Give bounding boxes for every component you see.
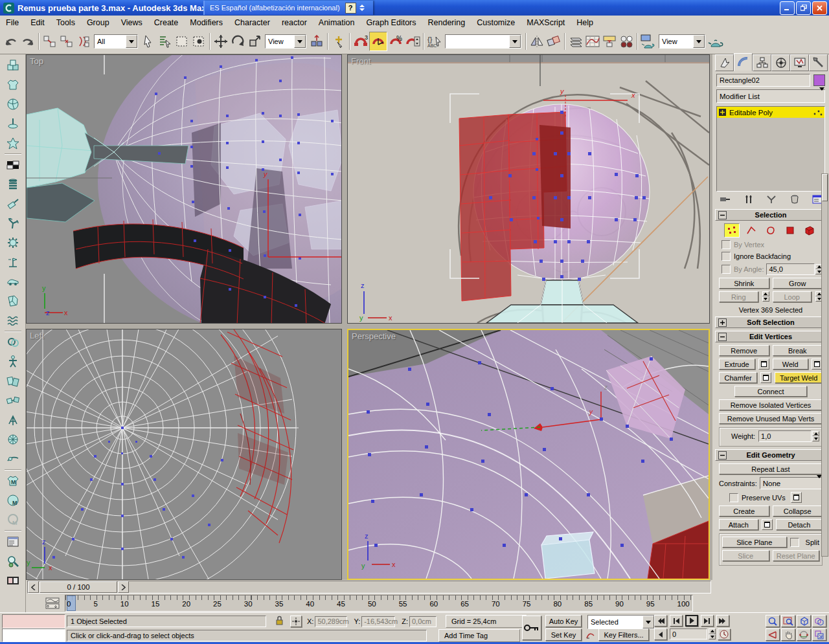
modifier-list-select[interactable]: Modifier List — [716, 89, 825, 103]
tab-motion[interactable] — [771, 54, 790, 71]
go-end-icon[interactable] — [716, 615, 729, 627]
constraints-select[interactable]: None — [760, 477, 823, 489]
dropdown-arrow-icon[interactable] — [126, 35, 137, 48]
edge-icon[interactable] — [744, 223, 759, 238]
select-by-name-icon[interactable] — [157, 32, 174, 50]
remove-modifier-icon[interactable] — [791, 195, 799, 205]
track-bar-ruler[interactable]: 0510 152025 303540 455055 606570 758085 … — [65, 595, 693, 612]
cloth-collection-icon[interactable] — [3, 75, 23, 94]
preview-animation-icon[interactable] — [3, 571, 23, 590]
next-frame-arrow-icon[interactable] — [118, 581, 129, 593]
ignore-backfacing-checkbox[interactable] — [721, 252, 731, 261]
deforming-mesh-collection-icon[interactable] — [3, 133, 23, 153]
maxscript-mini-listener-white[interactable] — [2, 628, 65, 642]
tab-create[interactable] — [715, 54, 734, 71]
key-filters-button[interactable]: Key Filters... — [598, 628, 649, 641]
menu-create[interactable]: Create — [148, 17, 185, 28]
viewport-front[interactable]: y x — [347, 54, 710, 324]
undo-icon[interactable] — [3, 32, 19, 50]
z-coordinate-field[interactable]: 0,0cm — [409, 616, 437, 627]
zoom-icon[interactable] — [766, 615, 780, 627]
menu-rendering[interactable]: Rendering — [422, 17, 471, 28]
soft-body-collection-icon[interactable] — [3, 94, 23, 114]
menu-views[interactable]: Views — [115, 17, 148, 28]
minimize-button[interactable] — [780, 1, 795, 15]
set-key-button[interactable]: Set Key — [545, 628, 582, 641]
weld-button[interactable]: Weld — [773, 359, 809, 370]
command-panel-scrollbar[interactable] — [821, 173, 828, 557]
menu-reactor[interactable]: reactor — [276, 17, 313, 28]
named-selection-select[interactable] — [445, 34, 521, 49]
property-editor-icon[interactable] — [3, 532, 23, 551]
set-keys-button[interactable] — [522, 616, 541, 640]
selection-filter-select[interactable]: All — [94, 34, 138, 49]
extrude-button[interactable]: Extrude — [719, 359, 755, 370]
select-link-icon[interactable] — [41, 32, 58, 50]
split-checkbox[interactable] — [790, 538, 799, 547]
rigid-body-collection-icon[interactable] — [3, 56, 23, 75]
by-vertex-checkbox[interactable] — [721, 240, 731, 249]
rope-collection-icon[interactable] — [3, 114, 23, 133]
next-frame-icon[interactable] — [701, 615, 714, 627]
make-unique-icon[interactable] — [766, 195, 777, 205]
edit-named-selections-icon[interactable]: {}ABC — [426, 32, 443, 50]
target-weld-button[interactable]: Target Weld — [775, 372, 823, 383]
dropdown-arrow-icon[interactable] — [509, 35, 521, 48]
mirror-icon[interactable] — [528, 32, 545, 50]
point-path-constraint-icon[interactable] — [3, 449, 23, 469]
absolute-mode-icon[interactable] — [290, 616, 302, 627]
show-end-result-icon[interactable] — [745, 195, 753, 205]
play-icon[interactable] — [685, 615, 698, 627]
zoom-extents-icon[interactable] — [797, 615, 811, 627]
tab-display[interactable] — [790, 54, 809, 71]
pin-stack-icon[interactable] — [719, 195, 731, 205]
dropdown-arrow-icon[interactable] — [693, 35, 705, 48]
preserve-uvs-checkbox[interactable] — [729, 493, 738, 502]
by-angle-checkbox[interactable] — [721, 265, 731, 274]
dropdown-arrow-icon[interactable] — [819, 91, 824, 102]
viewport-left-label[interactable]: Left — [30, 331, 44, 340]
unlink-icon[interactable] — [58, 32, 75, 50]
prismatic-constraint-icon[interactable] — [3, 410, 23, 430]
select-object-icon[interactable] — [140, 32, 157, 50]
grow-button[interactable]: Grow — [773, 278, 823, 289]
prev-frame-icon[interactable] — [670, 615, 683, 627]
schematic-view-icon[interactable] — [601, 32, 618, 50]
object-name-field[interactable]: Rectangle02 — [716, 74, 810, 87]
ring-spinner[interactable] — [762, 291, 769, 302]
select-move-icon[interactable] — [212, 32, 229, 50]
x-coordinate-field[interactable]: 50,289cm — [315, 616, 347, 627]
fracture-icon[interactable] — [3, 291, 23, 311]
menu-help[interactable]: Help — [571, 17, 599, 28]
chamfer-settings-icon[interactable] — [760, 372, 771, 383]
viewport-top-label[interactable]: Top — [30, 56, 43, 66]
modifier-stack-item[interactable]: Editable Poly — [717, 107, 824, 118]
viewport-perspective-label[interactable]: Perspective — [352, 331, 396, 341]
water-icon[interactable] — [3, 311, 23, 330]
menu-group[interactable]: Group — [81, 17, 115, 28]
time-slider-track[interactable]: 0 / 100 — [27, 581, 711, 594]
menu-file[interactable]: File — [0, 17, 25, 28]
bind-spacewarp-icon[interactable] — [75, 32, 92, 50]
use-pivot-center-icon[interactable] — [308, 32, 325, 50]
field-of-view-icon[interactable] — [766, 628, 780, 641]
chamfer-button[interactable]: Chamfer — [719, 372, 757, 383]
soft-body-modifier-icon[interactable]: M — [3, 491, 23, 510]
expand-icon[interactable] — [719, 109, 726, 116]
zoom-all-icon[interactable] — [781, 615, 795, 627]
weight-spinner[interactable] — [812, 431, 819, 441]
remove-isolated-vertices-button[interactable]: Remove Isolated Vertices — [719, 399, 823, 410]
rect-selection-region-icon[interactable] — [174, 32, 190, 50]
extrude-settings-icon[interactable] — [758, 359, 769, 370]
reset-plane-button[interactable]: Reset Plane — [773, 550, 820, 561]
repeat-last-button[interactable]: Repeat Last — [719, 463, 823, 474]
element-icon[interactable] — [802, 223, 817, 238]
time-slider-handle[interactable]: 0 / 100 — [40, 581, 117, 593]
detach-button[interactable]: Detach — [776, 519, 823, 530]
curve-editor-icon[interactable] — [584, 32, 601, 50]
restore-button[interactable] — [796, 1, 811, 15]
weight-field[interactable]: 1,0 — [758, 430, 812, 442]
angular-dashpot-icon[interactable] — [3, 214, 23, 233]
dropdown-arrow-icon[interactable] — [294, 35, 306, 48]
border-icon[interactable] — [763, 223, 778, 238]
